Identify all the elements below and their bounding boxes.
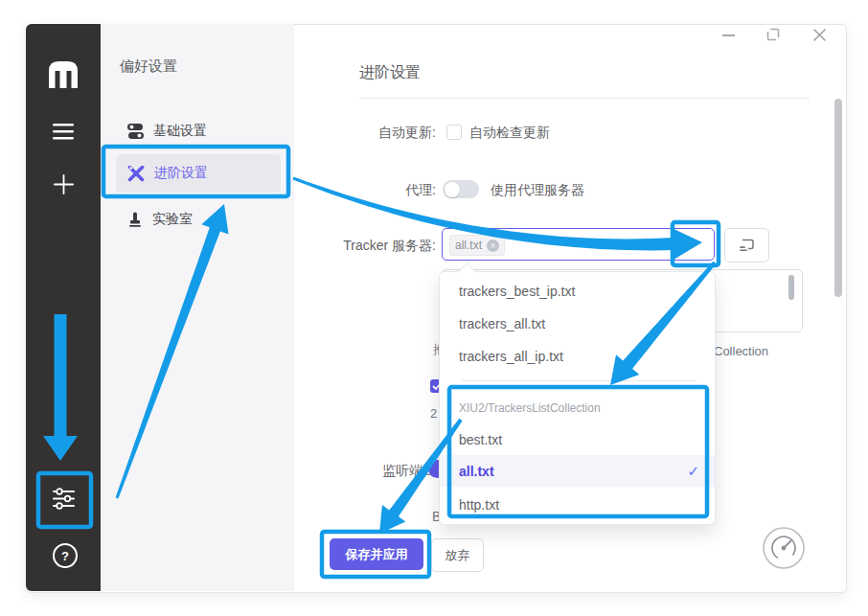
minimize-glyph [722,34,735,36]
description-fragment-left2: 〈 [433,358,438,375]
discard-label: 放弃 [445,547,470,564]
discard-button[interactable]: 放弃 [431,538,484,572]
selected-check-icon: ✓ [687,463,699,480]
dropdown-divider [462,380,697,381]
dropdown-option[interactable]: http.txt [440,489,715,521]
textarea-scrollbar-thumb[interactable] [788,275,794,300]
auto-update-checkbox[interactable] [446,125,462,140]
main-scrollbar-thumb[interactable] [834,99,842,297]
proxy-switch-label: 使用代理服务器 [491,182,584,199]
title-divider [359,98,810,99]
option-label: trackers_all.txt [459,316,545,331]
dropdown-option[interactable]: trackers_best_ip.txt [440,275,715,308]
save-apply-label: 保存并应用 [346,546,408,563]
tracker-label: Tracker 服务器: [292,238,436,255]
speed-gauge-button[interactable] [762,526,806,570]
sidebar-item-advanced-settings[interactable]: 进阶设置 [116,154,281,193]
basic-settings-icon [127,124,144,139]
task-list-icon[interactable] [53,124,74,140]
page-title: 进阶设置 [359,63,421,83]
tracker-tag-label: all.txt [455,239,482,252]
option-label: trackers_best_ip.txt [459,284,575,299]
help-glyph: ? [61,549,69,563]
switch-knob [445,182,460,197]
add-task-icon[interactable] [54,174,74,194]
sidebar-item-label: 进阶设置 [154,165,208,182]
auto-update-label: 自动更新: [292,125,436,142]
dropdown-option-selected[interactable]: all.txt ✓ [440,455,715,487]
help-icon[interactable]: ? [53,543,78,568]
dropdown-option[interactable]: trackers_all_ip.txt [440,340,715,373]
sidebar-item-label: 实验室 [152,211,193,228]
nav-rail: ? [26,24,101,591]
sync-trackers-button[interactable] [724,228,769,262]
sync-date-fragment: 2 [430,406,438,421]
preferences-icon[interactable] [53,488,75,510]
screen: ? 偏好设置 基础设置 进阶设置 [0,0,868,616]
dropdown-option[interactable]: trackers_all.txt [440,308,715,340]
advanced-settings-icon [127,165,145,182]
preferences-sidebar [101,24,294,591]
motrix-logo [47,59,80,88]
option-label: all.txt [459,464,494,479]
tracker-tag[interactable]: all.txt × [449,235,505,256]
maximize-icon[interactable] [766,28,780,41]
auto-update-checkbox-label: 自动检查更新 [469,125,550,142]
dropdown-group-label: XIU2/TrackersListCollection [459,401,601,415]
description-fragment-collection: Collection [714,344,768,358]
minimize-icon[interactable] [718,27,739,44]
tag-remove-icon[interactable]: × [487,240,499,252]
sidebar-item-lab[interactable]: 实验室 [116,200,281,239]
chevron-up-icon[interactable] [681,239,696,247]
option-label: trackers_all_ip.txt [459,349,563,364]
sidebar-title: 偏好设置 [120,57,177,76]
option-label: http.txt [459,497,499,513]
option-label: best.txt [459,432,502,447]
tracker-dropdown: trackers_best_ip.txt trackers_all.txt tr… [439,271,716,525]
proxy-label: 代理: [292,182,436,199]
dropdown-option[interactable]: best.txt [440,423,715,456]
lab-icon [127,212,143,227]
save-apply-button[interactable]: 保存并应用 [330,538,423,570]
close-icon[interactable] [812,28,827,42]
sync-icon [739,239,755,253]
sidebar-item-label: 基础设置 [153,123,207,140]
sidebar-item-basic-settings[interactable]: 基础设置 [116,112,281,150]
proxy-switch[interactable] [443,180,479,198]
listen-port-label: 监听端口 [292,463,436,480]
